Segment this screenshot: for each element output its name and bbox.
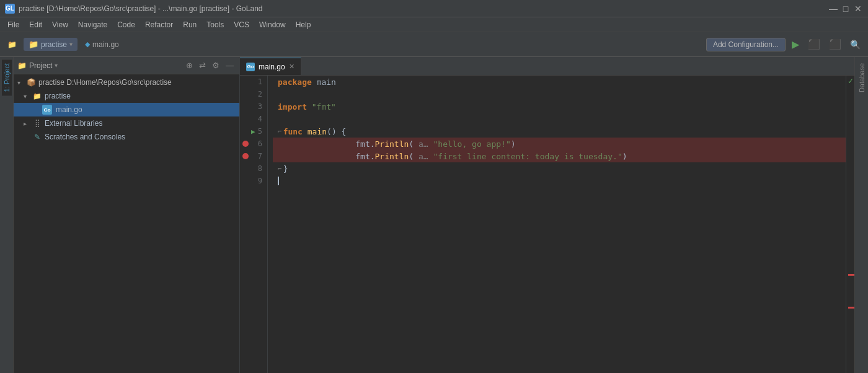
gutter-line-9: 9: [240, 175, 267, 187]
tree-arrow-practise: ▾: [24, 93, 31, 100]
line-numbers-gutter: 1 2 3 4 ▶ 5 6 7 8 9: [240, 76, 268, 373]
tab-bar: Go main.go ✕: [240, 57, 854, 76]
project-icon: 📁: [29, 40, 38, 49]
keyword-import: import: [278, 102, 307, 112]
gutter-line-6: 6: [240, 138, 267, 150]
no-errors-indicator: ✓: [848, 77, 854, 86]
settings-button[interactable]: ⚙: [210, 60, 221, 71]
project-dropdown-icon: ▾: [69, 41, 73, 48]
menu-refactor[interactable]: Refactor: [140, 19, 178, 30]
fold-icon-8: ⌐: [278, 165, 282, 173]
menu-code[interactable]: Code: [112, 19, 140, 30]
code-line-7: fmt.Println( a… "first line content: tod…: [273, 150, 846, 162]
breadcrumb: ◆ main.go: [85, 40, 119, 49]
scroll-to-source-button[interactable]: ⇄: [197, 60, 208, 71]
titlebar: GL practise [D:\Home\Repos\Go\src\practi…: [0, 0, 868, 17]
gutter-line-8: 8: [240, 162, 267, 175]
sidebar-tree: ▾ 📦 practise D:\Home\Repos\Go\src\practi…: [14, 74, 239, 373]
sidebar-header: 📁 Project ▾ ⊕ ⇄ ⚙ —: [14, 57, 239, 74]
database-tab-label: Database: [858, 63, 866, 92]
maximize-button[interactable]: □: [841, 4, 851, 14]
keyword-package: package: [278, 77, 312, 87]
menu-view[interactable]: View: [47, 19, 73, 30]
code-line-2: [273, 88, 846, 100]
menu-edit[interactable]: Edit: [24, 19, 47, 30]
tab-label: main.go: [259, 63, 285, 71]
tree-label-practise: practise: [45, 92, 71, 100]
project-tab[interactable]: 1: Project: [2, 59, 12, 95]
tree-label-main-go: main.go: [56, 105, 82, 114]
gutter-line-4: 4: [240, 113, 267, 125]
menu-help[interactable]: Help: [291, 19, 316, 30]
menu-vcs[interactable]: VCS: [229, 19, 254, 30]
fold-icon-5: ⌐: [278, 128, 282, 136]
tree-arrow-root: ▾: [17, 79, 25, 86]
right-panel: Database: [854, 57, 868, 373]
main-content: 1: Project 📁 Project ▾ ⊕ ⇄ ⚙ — ▾ 📦 pract…: [0, 57, 868, 373]
code-line-1: package main: [273, 76, 846, 88]
gutter-line-3: 3: [240, 100, 267, 113]
folder-icon-practise: 📁: [32, 91, 42, 101]
tree-item-root[interactable]: ▾ 📦 practise D:\Home\Repos\Go\src\practi…: [14, 76, 239, 89]
tab-close-button[interactable]: ✕: [289, 63, 294, 71]
gutter-line-5: ▶ 5: [240, 125, 267, 138]
tree-item-scratches[interactable]: ▸ ✎ Scratches and Consoles: [14, 130, 239, 144]
sidebar-dropdown-icon: ▾: [55, 62, 58, 69]
menu-window[interactable]: Window: [254, 19, 291, 30]
menu-tools[interactable]: Tools: [202, 19, 229, 30]
error-marker-7: [848, 307, 854, 309]
toolbar: 📁 📁 practise ▾ ◆ main.go Add Configurati…: [0, 32, 868, 57]
menu-run[interactable]: Run: [178, 19, 202, 30]
app-icon: GL: [5, 4, 15, 14]
project-panel-icon: 📁: [7, 40, 17, 49]
code-line-8: ⌐}: [273, 162, 846, 175]
gutter-line-1: 1: [240, 76, 267, 88]
menubar: File Edit View Navigate Code Refactor Ru…: [0, 17, 868, 32]
menu-file[interactable]: File: [2, 19, 24, 30]
project-tab-label: 1: Project: [3, 63, 11, 92]
run-button[interactable]: ▶: [789, 37, 802, 51]
project-root-icon: 📦: [26, 77, 36, 87]
code-editor: 1 2 3 4 ▶ 5 6 7 8 9: [240, 76, 854, 373]
window-controls: — □ ✕: [828, 4, 863, 14]
code-content[interactable]: package main import "fmt" ⌐func main() {…: [268, 76, 846, 373]
project-name: practise: [41, 40, 67, 49]
gutter-line-2: 2: [240, 88, 267, 100]
collapse-all-button[interactable]: ⊕: [184, 60, 195, 71]
add-configuration-button[interactable]: Add Configuration...: [706, 38, 786, 51]
code-line-5: ⌐func main() {: [273, 125, 846, 138]
left-panel-tabs: 1: Project: [0, 57, 14, 373]
tree-item-practise[interactable]: ▾ 📁 practise: [14, 89, 239, 103]
database-panel-tab[interactable]: Database: [857, 59, 867, 96]
tab-main-go[interactable]: Go main.go ✕: [240, 58, 301, 75]
tree-label-scratches: Scratches and Consoles: [45, 133, 125, 141]
close-button[interactable]: ✕: [853, 4, 863, 14]
code-line-9: [273, 175, 846, 187]
error-marker-6: [848, 274, 854, 276]
coverage-button[interactable]: ⬛: [826, 37, 844, 51]
sidebar-title: 📁 Project ▾: [17, 61, 184, 70]
tree-item-main-go[interactable]: ▸ Go main.go: [14, 103, 239, 116]
window-title: practise [D:\Home\Repos\Go\src\practise]…: [19, 4, 828, 13]
project-selector[interactable]: 📁 practise ▾: [24, 38, 78, 51]
tree-label-root: practise D:\Home\Repos\Go\src\practise: [38, 78, 172, 87]
code-line-3: import "fmt": [273, 100, 846, 113]
tree-item-external-libs[interactable]: ▸ ⣿ External Libraries: [14, 116, 239, 130]
toolbar-right: Add Configuration... ▶ ⬛ ⬛ 🔍: [706, 37, 863, 51]
keyword-func: func: [283, 127, 303, 136]
debug-button[interactable]: ⬛: [805, 37, 823, 51]
tree-label-ext-libs: External Libraries: [45, 119, 102, 128]
go-file-icon-main: Go: [42, 105, 52, 115]
breakpoint-7-icon: [242, 153, 249, 159]
editor-right-gutter: ✓: [846, 76, 854, 373]
gutter-line-7: 7: [240, 150, 267, 162]
breadcrumb-file: main.go: [92, 40, 119, 49]
menu-navigate[interactable]: Navigate: [73, 19, 112, 30]
minimize-button[interactable]: —: [828, 4, 838, 14]
search-everywhere-button[interactable]: 🔍: [848, 38, 863, 51]
editor-area: Go main.go ✕ 1 2 3 4 ▶ 5 6: [240, 57, 854, 373]
sidebar-actions: ⊕ ⇄ ⚙ —: [184, 60, 236, 71]
hide-sidebar-button[interactable]: —: [224, 60, 236, 71]
code-line-4: [273, 113, 846, 125]
run-indicator-icon: ▶: [251, 128, 255, 136]
